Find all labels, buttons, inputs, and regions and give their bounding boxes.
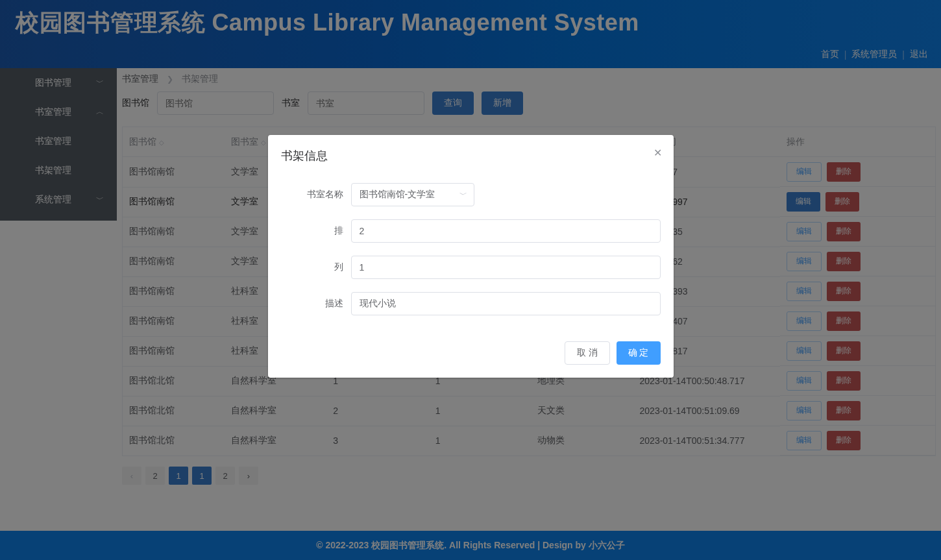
dialog-body: 书室名称 图书馆南馆-文学室 ﹀ 排 列	[281, 170, 661, 335]
room-select[interactable]: 图书馆南馆-文学室 ﹀	[351, 183, 474, 206]
dialog-title: 书架信息	[281, 148, 661, 170]
form-label-desc: 描述	[281, 298, 343, 310]
select-value: 图书馆南馆-文学室	[360, 189, 435, 201]
dialog-footer: 取 消 确 定	[281, 335, 661, 371]
desc-input[interactable]	[351, 292, 661, 315]
shelf-info-dialog: 书架信息 ✕ 书室名称 图书馆南馆-文学室 ﹀ 排 列	[268, 135, 674, 378]
form-label-col: 列	[281, 262, 343, 273]
modal-overlay[interactable]: 书架信息 ✕ 书室名称 图书馆南馆-文学室 ﹀ 排 列	[0, 0, 941, 560]
confirm-button[interactable]: 确 定	[617, 341, 661, 365]
cancel-button[interactable]: 取 消	[565, 341, 610, 365]
col-input[interactable]	[351, 256, 661, 279]
chevron-down-icon: ﹀	[459, 189, 467, 201]
form-label-room: 书室名称	[281, 189, 343, 201]
form-label-row: 排	[281, 225, 343, 237]
close-icon[interactable]: ✕	[654, 147, 662, 159]
row-input[interactable]	[351, 219, 661, 243]
